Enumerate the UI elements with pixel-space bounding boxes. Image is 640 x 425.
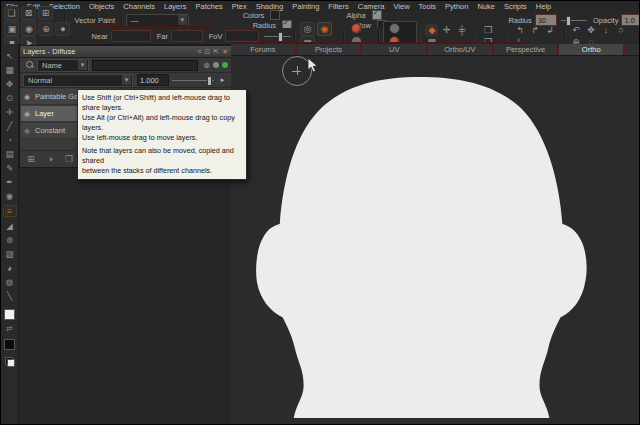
viewport-tab[interactable]: Ortho/UV <box>428 44 494 55</box>
tabbar-filler <box>625 44 639 55</box>
symmetry-icon[interactable]: ✛ <box>440 24 453 36</box>
panel-window-icon[interactable]: ⇱ <box>213 48 219 55</box>
menu-item[interactable]: Layers <box>164 2 187 11</box>
tool-icon[interactable]: ◍ <box>4 277 16 287</box>
blend-amount-field[interactable]: 1.000 <box>137 74 169 86</box>
stamp-icon[interactable]: ❒ <box>481 24 494 36</box>
tool-icon[interactable]: ╱ <box>4 121 16 131</box>
viewport-tab[interactable]: UV <box>362 44 428 55</box>
toolbar-toggle[interactable]: Colors <box>237 10 281 20</box>
tool-icon[interactable]: ✎ <box>4 163 16 173</box>
menu-item[interactable]: Nuke <box>477 2 495 11</box>
divider <box>294 30 296 42</box>
model-head-silhouette[interactable] <box>256 77 587 418</box>
canvas-svg <box>231 55 639 424</box>
tool-icon[interactable]: ╲ <box>4 291 16 301</box>
near-field[interactable] <box>111 30 151 42</box>
filter-visible-dot-icon[interactable] <box>222 62 228 68</box>
tool-icon[interactable]: ✥ <box>4 79 16 89</box>
panel-window-icon[interactable]: ≡ <box>197 48 201 55</box>
layers-panel-titlebar[interactable]: Layers - Diffuse ≡⊡⇱✕ <box>20 46 231 58</box>
toolbar-icon[interactable]: ❏ <box>4 6 19 20</box>
viewport-tab[interactable]: Perspective <box>494 44 560 55</box>
foreground-color-swatch[interactable] <box>4 309 15 320</box>
fov-field[interactable] <box>225 30 258 42</box>
toolbar-icon[interactable]: ▣ <box>4 22 19 36</box>
layer-action-icon[interactable]: ⊞ <box>25 153 37 165</box>
viewport-tab[interactable]: Forums <box>231 44 297 55</box>
near-label: Near <box>92 32 108 41</box>
layer-search-input[interactable] <box>92 60 198 71</box>
tool-icon[interactable]: ✛ <box>4 107 16 117</box>
brush-preset-select[interactable]: — <box>126 14 189 27</box>
visibility-eye-icon[interactable]: ◉ <box>21 127 33 135</box>
background-color-swatch[interactable] <box>4 339 15 350</box>
transform-icon[interactable]: ↓ <box>600 24 613 36</box>
toolbar-icon[interactable]: ⊠ <box>21 6 36 20</box>
checkbox[interactable] <box>372 10 382 20</box>
layers-help-tooltip: Use Shift (or Ctrl+Shift) and left-mouse… <box>77 89 247 180</box>
bake-icon[interactable]: ↱ <box>528 24 541 36</box>
tool-icon[interactable]: ≡ <box>3 205 17 217</box>
tool-icon[interactable]: ↖ <box>4 51 16 61</box>
tool-icon[interactable]: ▦ <box>4 65 16 75</box>
tool-icon[interactable]: ▨ <box>4 249 16 259</box>
filter-mode-select[interactable]: Name <box>37 59 89 72</box>
menu-item[interactable]: Help <box>536 2 551 11</box>
menu-item[interactable]: Objects <box>89 2 114 11</box>
menu-item[interactable]: Channels <box>123 2 155 11</box>
panel-window-icon[interactable]: ⊡ <box>204 48 210 55</box>
slider-handle[interactable] <box>278 32 283 42</box>
filter-all-dot-icon[interactable] <box>213 62 219 68</box>
bake-icon[interactable]: ↲ <box>543 24 556 36</box>
reset-colors-icon[interactable] <box>5 357 15 367</box>
symmetry-icon[interactable]: ╪ <box>455 24 468 36</box>
toggle-label: Colors <box>243 11 265 20</box>
tool-icon[interactable]: ◕ <box>4 263 16 273</box>
tool-icon[interactable]: ⊙ <box>4 93 16 103</box>
tool-icon[interactable]: ⊛ <box>4 235 16 245</box>
viewport-tab[interactable]: Ortho <box>559 44 625 55</box>
visibility-eye-icon[interactable]: ◉ <box>21 93 33 101</box>
viewport-tab[interactable]: Projects <box>297 44 363 55</box>
tool-icon[interactable]: ✒ <box>4 177 16 187</box>
divider <box>476 30 478 42</box>
paint-canvas[interactable] <box>231 55 639 424</box>
swap-colors-icon[interactable]: ⇄ <box>6 324 13 333</box>
tool-icon[interactable]: ◔ <box>4 135 16 145</box>
checkbox[interactable] <box>270 10 280 20</box>
layer-action-icon[interactable]: ◑ <box>44 153 56 165</box>
menu-item[interactable]: Scripts <box>504 2 527 11</box>
fov-slider[interactable] <box>264 31 291 41</box>
tooltip-line: Use left-mouse drag to move layers. <box>82 133 242 143</box>
panel-window-icon[interactable]: ✕ <box>222 48 228 55</box>
search-icon <box>26 61 34 69</box>
toolbar-icon[interactable]: ● <box>55 22 70 36</box>
symmetry-icon[interactable]: ◆ <box>425 24 438 36</box>
tool-icon[interactable]: ◉ <box>4 191 16 201</box>
toolbar-icon[interactable]: ◉ <box>317 22 332 36</box>
visibility-eye-icon[interactable]: ◉ <box>21 110 33 118</box>
paint-mode-icon[interactable] <box>389 23 400 34</box>
transform-icon[interactable]: ○ <box>615 24 628 36</box>
toolbar-icon[interactable]: ◉ <box>21 22 36 36</box>
far-field[interactable] <box>171 30 203 42</box>
layer-action-icon[interactable]: ❐ <box>63 153 75 165</box>
slider-handle[interactable] <box>207 76 212 86</box>
clear-search-icon[interactable]: ⊗ <box>203 61 210 70</box>
expand-arrow-icon[interactable]: ▸ <box>218 74 227 86</box>
transform-icon[interactable]: ↶ <box>570 24 583 36</box>
divider <box>378 30 380 42</box>
toolbar-icon[interactable]: ⊕ <box>38 22 53 36</box>
tool-icon[interactable]: ◢ <box>4 221 16 231</box>
divider <box>508 30 510 42</box>
tool-icon[interactable]: ▤ <box>4 149 16 159</box>
blend-amount-slider[interactable] <box>172 75 214 85</box>
bake-icon[interactable]: ↰ <box>513 24 526 36</box>
toolbar-icon[interactable]: ◎ <box>300 22 315 36</box>
toolbar-icon[interactable]: ⊞ <box>38 6 53 20</box>
paint-buffer-icon[interactable] <box>351 23 362 34</box>
toolbar-toggle[interactable]: Alpha <box>340 10 381 20</box>
blend-mode-select[interactable]: Normal <box>23 74 133 87</box>
transform-icon[interactable]: ✥ <box>585 24 598 36</box>
